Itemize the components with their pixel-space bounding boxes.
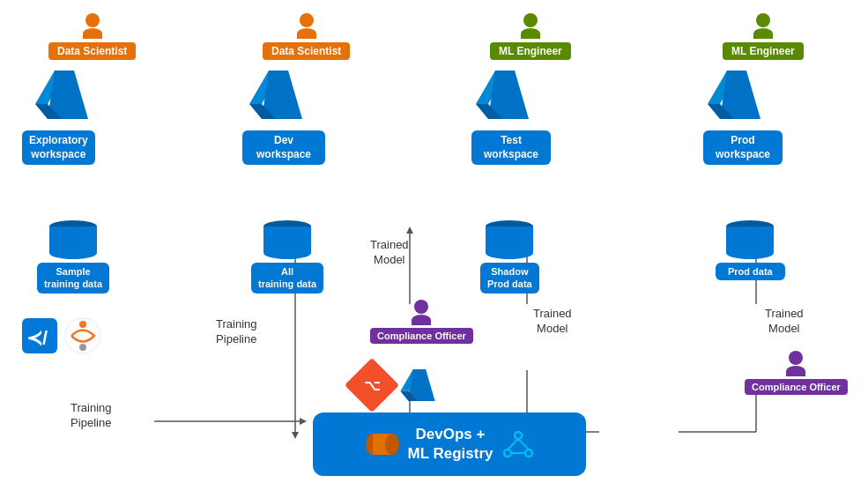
azure-logo-col1 [35, 71, 88, 123]
svg-point-22 [79, 321, 86, 328]
azure-logo-col4 [708, 71, 760, 123]
pipeline-icon [366, 431, 399, 457]
tools-col1: ≺/ [22, 317, 101, 354]
compliance-officer-col2: Compliance Officer [370, 300, 473, 344]
trained-model-label-3: Trained Model [765, 307, 804, 337]
workspace-label-col1: Exploratory workspace [22, 130, 95, 165]
col3-role: ML Engineer [490, 13, 571, 60]
training-pipeline-label-center: Training Pipeline [216, 317, 256, 347]
vscode-icon: ≺/ [22, 318, 57, 353]
compliance-badge-1: Compliance Officer [370, 328, 473, 344]
ml-registry-icon [502, 428, 534, 460]
person-icon-col2 [297, 13, 316, 39]
svg-line-42 [508, 439, 518, 450]
svg-point-23 [79, 344, 86, 351]
col1-role: Data Scientist [48, 13, 136, 60]
svg-marker-6 [406, 227, 413, 234]
person-icon-compliance1 [412, 300, 431, 325]
svg-line-43 [518, 439, 529, 450]
db-cylinder-col4 [726, 220, 774, 259]
workspace-label-col2: Dev workspace [242, 130, 325, 165]
svg-point-38 [385, 434, 399, 455]
trained-model-label-1: Trained Model [370, 238, 409, 268]
db-cylinder-col1 [49, 220, 97, 259]
devops-label: DevOps + ML Registry [408, 425, 493, 464]
compliance-officer-col4: Compliance Officer [745, 351, 848, 395]
db-cylinder-col2 [263, 220, 311, 259]
col2-role: Data Scientist [263, 13, 350, 60]
compliance-badge-2: Compliance Officer [745, 379, 848, 395]
svg-marker-1 [300, 418, 307, 425]
svg-text:≺/: ≺/ [26, 327, 48, 349]
person-icon-col3 [521, 13, 540, 39]
workspace-label-col4: Prod workspace [703, 130, 783, 165]
db-col1: Sample training data [37, 220, 109, 294]
svg-point-41 [525, 450, 532, 457]
db-col4: Prod data [716, 220, 785, 280]
svg-point-39 [515, 432, 522, 439]
role-badge-col1: Data Scientist [48, 42, 136, 60]
role-badge-col3: ML Engineer [490, 42, 571, 60]
devops-box: DevOps + ML Registry [313, 413, 586, 476]
person-icon-col4 [753, 13, 773, 39]
db-col2: All training data [251, 220, 323, 294]
azure-small-icon [400, 369, 435, 401]
db-col3: Shadow Prod data [480, 220, 539, 294]
azure-logo-col3 [476, 71, 529, 123]
jupyter-icon [64, 317, 101, 354]
role-badge-col2: Data Scientist [263, 42, 350, 60]
diagram: Data Scientist Exploratory workspace Sam… [0, 0, 868, 498]
role-badge-col4: ML Engineer [723, 42, 804, 60]
svg-marker-4 [292, 432, 299, 439]
git-azure-icons: ⌥ [352, 366, 435, 405]
person-icon-col1 [83, 13, 102, 39]
git-icon: ⌥ [352, 366, 391, 405]
person-icon-compliance2 [786, 351, 805, 376]
col4-role: ML Engineer [723, 13, 804, 60]
db-cylinder-col3 [486, 220, 533, 259]
svg-point-40 [504, 450, 511, 457]
azure-logo-col2 [249, 71, 302, 123]
trained-model-label-2: Trained Model [533, 307, 572, 337]
workspace-label-col3: Test workspace [471, 130, 551, 165]
training-pipeline-label-left: Training Pipeline [70, 401, 111, 431]
